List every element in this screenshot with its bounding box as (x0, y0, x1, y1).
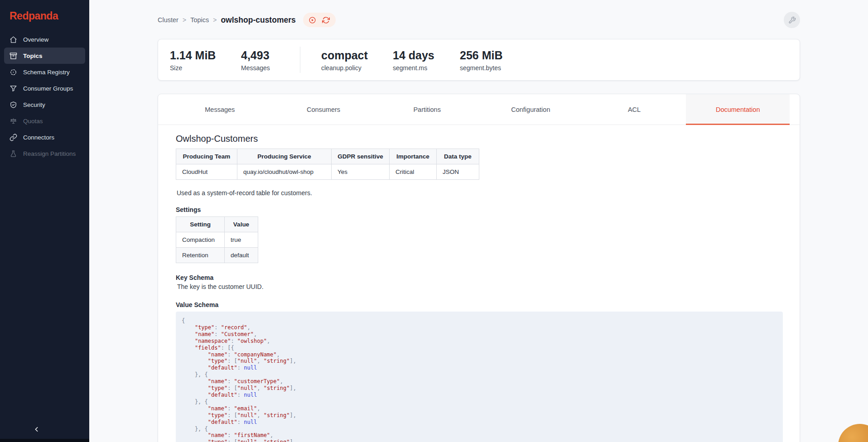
table-cell: Retention (176, 248, 225, 263)
stat-label: cleanup.policy (321, 64, 393, 72)
table-header-row: SettingValue (176, 217, 258, 232)
topic-tabs: MessagesConsumersPartitionsConfiguration… (158, 94, 800, 125)
sidebar-item-reassign-partitions: Reassign Partitions (4, 145, 85, 162)
stat-cleanup-policy: compactcleanup.policy (321, 48, 393, 72)
sidebar-item-label: Consumer Groups (23, 85, 73, 92)
admin-tools-button[interactable] (784, 12, 800, 28)
floating-corner-button[interactable] (838, 424, 868, 442)
sidebar: Redpanda OverviewTopicsSchema RegistryCo… (0, 0, 89, 442)
table-cell: true (225, 232, 258, 248)
sidebar-item-consumer-groups[interactable]: Consumer Groups (4, 80, 85, 96)
sidebar-item-label: Overview (23, 36, 48, 43)
stat-label: Messages (241, 64, 298, 72)
breadcrumb-cluster[interactable]: Cluster (158, 16, 178, 24)
sidebar-item-schema-registry[interactable]: Schema Registry (4, 64, 85, 80)
breadcrumb: Cluster > Topics > owlshop-customers (158, 12, 336, 28)
tab-documentation[interactable]: Documentation (686, 94, 790, 125)
table-header-cell: Producing Team (176, 149, 237, 164)
tab-acl[interactable]: ACL (583, 94, 686, 125)
sidebar-item-quotas: Quotas (4, 113, 85, 129)
table-row: Retentiondefault (176, 248, 258, 263)
breadcrumb-separator: > (183, 16, 186, 24)
table-header-cell: GDPR sensitive (332, 149, 390, 164)
breadcrumb-separator: > (213, 16, 217, 24)
produce-record-button[interactable] (308, 15, 317, 24)
table-cell: quay.io/cloudhut/owl-shop (237, 164, 332, 180)
sidebar-item-topics[interactable]: Topics (4, 48, 85, 64)
refresh-icon (322, 16, 330, 24)
stat-label: segment.ms (393, 64, 460, 72)
sidebar-bottom-edge (0, 439, 89, 442)
wrench-icon (788, 16, 796, 24)
stat-label: segment.bytes (460, 64, 528, 72)
stat-value: 1.14 MiB (170, 48, 241, 62)
link-icon (10, 134, 17, 141)
table-header-row: Producing TeamProducing ServiceGDPR sens… (176, 149, 479, 164)
stat-label: Size (170, 64, 241, 72)
table-cell: Yes (332, 164, 390, 180)
value-schema-code-block[interactable]: { "type": "record", "name": "Customer", … (176, 312, 783, 442)
breadcrumb-current-topic: owlshop-customers (221, 15, 295, 25)
settings-heading: Settings (176, 206, 782, 213)
play-circle-icon (309, 16, 316, 24)
sidebar-item-label: Quotas (23, 118, 43, 125)
scale-icon (10, 117, 17, 125)
sidebar-collapse-button[interactable] (29, 422, 43, 437)
sidebar-item-security[interactable]: Security (4, 96, 85, 113)
table-cell: default (225, 248, 258, 263)
table-cell: JSON (437, 164, 479, 180)
breadcrumb-topics[interactable]: Topics (190, 16, 209, 24)
home-icon (10, 36, 17, 43)
stat-value: 256 MiB (460, 48, 528, 62)
refresh-button[interactable] (322, 15, 331, 24)
table-header-cell: Setting (176, 217, 225, 232)
table-cell: Compaction (176, 232, 225, 248)
app-window: Redpanda OverviewTopicsSchema RegistryCo… (0, 0, 868, 442)
stat-segment-ms: 14 dayssegment.ms (393, 48, 460, 72)
chevron-left-icon (33, 426, 40, 433)
table-header-cell: Importance (390, 149, 437, 164)
funnel-icon (10, 85, 17, 92)
table-header-cell: Producing Service (237, 149, 332, 164)
table-cell: Critical (390, 164, 437, 180)
doc-info-table: Producing TeamProducing ServiceGDPR sens… (176, 149, 479, 180)
sidebar-nav: OverviewTopicsSchema RegistryConsumer Gr… (0, 31, 89, 162)
key-schema-text: The key is the customer UUID. (176, 283, 782, 290)
tab-partitions[interactable]: Partitions (375, 94, 479, 125)
sidebar-item-overview[interactable]: Overview (4, 31, 85, 48)
tab-messages[interactable]: Messages (168, 94, 272, 125)
box-icon (10, 52, 17, 60)
table-cell: CloudHut (176, 164, 237, 180)
table-row: Compactiontrue (176, 232, 258, 248)
table-row: CloudHutquay.io/cloudhut/owl-shopYesCrit… (176, 164, 479, 180)
doc-description: Used as a system-of-record table for cus… (176, 189, 782, 197)
redpanda-logo: Redpanda (0, 0, 89, 22)
stat-value: 4,493 (241, 48, 298, 62)
sidebar-item-label: Security (23, 101, 45, 108)
key-schema-heading: Key Schema (176, 274, 782, 281)
value-schema-heading: Value Schema (176, 301, 782, 308)
table-header-cell: Value (225, 217, 258, 232)
stats-divider (300, 47, 300, 73)
sidebar-item-label: Schema Registry (23, 69, 70, 76)
shield-icon (10, 101, 17, 109)
flask-icon (10, 150, 17, 158)
value-schema-code: { "type": "record", "name": "Customer", … (182, 317, 783, 442)
stat-value: compact (321, 48, 393, 62)
schema-icon (10, 68, 17, 76)
sidebar-item-label: Connectors (23, 134, 54, 141)
sidebar-item-connectors[interactable]: Connectors (4, 129, 85, 145)
stat-segment-bytes: 256 MiBsegment.bytes (460, 48, 528, 72)
stat-size: 1.14 MiBSize (170, 48, 241, 72)
table-header-cell: Data type (437, 149, 479, 164)
tab-configuration[interactable]: Configuration (479, 94, 583, 125)
settings-table: SettingValueCompactiontrueRetentiondefau… (176, 216, 258, 263)
stat-value: 14 days (393, 48, 460, 62)
doc-title: Owlshop-Customers (176, 133, 782, 144)
documentation-panel: Owlshop-Customers Producing TeamProducin… (158, 125, 800, 442)
topic-detail-card: MessagesConsumersPartitionsConfiguration… (158, 94, 800, 442)
stat-messages: 4,493Messages (241, 48, 298, 72)
topic-stats-card: 1.14 MiBSize4,493Messagescompactcleanup.… (158, 39, 800, 81)
tab-consumers[interactable]: Consumers (272, 94, 376, 125)
topic-actions (303, 13, 336, 27)
